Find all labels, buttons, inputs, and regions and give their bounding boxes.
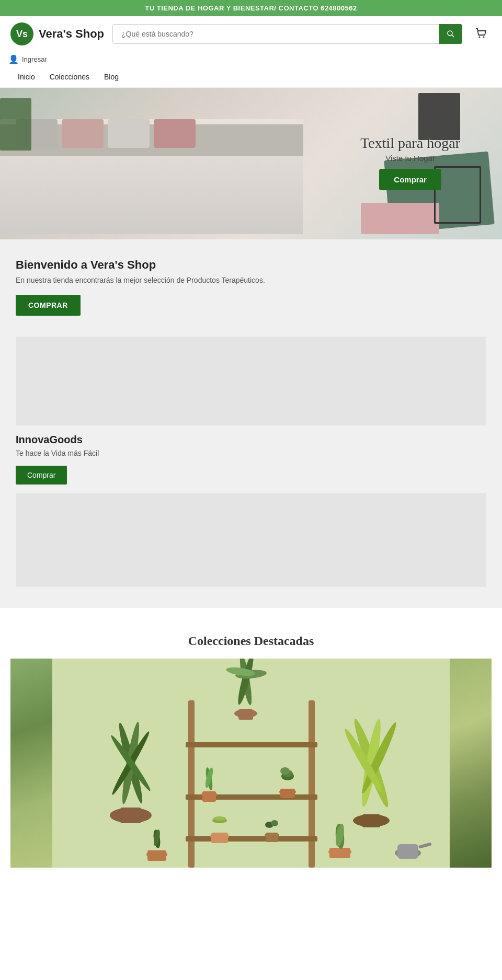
svg-point-0	[448, 31, 452, 36]
svg-rect-47	[147, 850, 166, 861]
main-nav: Inicio Colecciones Blog	[0, 66, 502, 88]
innova-title: InnovaGoods	[16, 434, 486, 446]
innova-subtitle: Te hace la Vida más Fácil	[16, 449, 486, 457]
welcome-text: En nuestra tienda encontrarás la mejor s…	[16, 276, 486, 284]
logo-letter: Vs	[16, 29, 28, 40]
search-input[interactable]	[112, 24, 462, 44]
account-row: 👤 Ingresar	[0, 52, 502, 66]
welcome-section: Bienvenido a Vera's Shop En nuestra tien…	[0, 239, 502, 337]
banner-text: TU TIENDA DE HOGAR Y BIENESTAR/ CONTACTO…	[145, 4, 357, 12]
svg-rect-34	[280, 789, 295, 798]
svg-rect-12	[120, 808, 141, 823]
nav-item-inicio[interactable]: Inicio	[10, 70, 42, 84]
svg-rect-55	[397, 844, 418, 859]
svg-rect-30	[202, 791, 216, 802]
svg-rect-6	[188, 700, 195, 868]
svg-point-41	[213, 816, 226, 821]
top-banner: TU TIENDA DE HOGAR Y BIENESTAR/ CONTACTO…	[0, 0, 502, 16]
svg-rect-18	[238, 709, 253, 720]
search-button[interactable]	[439, 24, 462, 44]
search-bar-wrapper	[112, 24, 462, 44]
svg-rect-43	[266, 833, 278, 842]
hero-subtitle: Viste tu Hogar	[360, 154, 460, 163]
nav-item-colecciones[interactable]: Colecciones	[42, 70, 97, 84]
collections-title: Colecciones Destacadas	[10, 634, 492, 648]
svg-point-3	[483, 36, 485, 38]
innova-section: InnovaGoods Te hace la Vida más Fácil Co…	[0, 337, 502, 608]
section-divider	[0, 608, 502, 618]
svg-line-1	[452, 35, 454, 37]
hero-comprar-button[interactable]: Comprar	[379, 169, 441, 190]
svg-rect-24	[362, 814, 380, 827]
svg-point-2	[479, 36, 481, 38]
search-icon	[447, 30, 455, 38]
collections-section: Colecciones Destacadas	[0, 618, 502, 868]
innova-image-1	[16, 337, 486, 425]
welcome-title: Bienvenido a Vera's Shop	[16, 258, 486, 272]
svg-rect-51	[329, 848, 350, 858]
innova-comprar-button[interactable]: Comprar	[16, 466, 67, 485]
collections-plants-svg	[10, 659, 492, 868]
account-label[interactable]: Ingresar	[22, 55, 47, 63]
person-icon: 👤	[8, 54, 19, 64]
hero-section: Textil para hogar Viste tu Hogar Comprar	[0, 88, 502, 239]
svg-rect-39	[211, 833, 228, 843]
cart-icon	[474, 26, 488, 41]
shop-name: Vera's Shop	[39, 27, 104, 41]
svg-point-45	[271, 820, 278, 826]
svg-rect-10	[186, 836, 317, 841]
welcome-comprar-button[interactable]: COMPRAR	[16, 295, 81, 316]
nav-item-blog[interactable]: Blog	[97, 70, 126, 84]
svg-rect-7	[309, 700, 315, 868]
svg-point-37	[280, 767, 290, 775]
logo-icon: Vs	[10, 22, 33, 45]
collections-image	[10, 659, 492, 868]
svg-rect-8	[186, 742, 317, 747]
hero-overlay: Textil para hogar Viste tu Hogar Comprar	[360, 135, 460, 190]
hero-title: Textil para hogar	[360, 135, 460, 152]
cart-button[interactable]	[471, 23, 492, 45]
header: Vs Vera's Shop	[0, 16, 502, 52]
logo-area: Vs Vera's Shop	[10, 22, 104, 45]
innova-image-2	[16, 493, 486, 587]
